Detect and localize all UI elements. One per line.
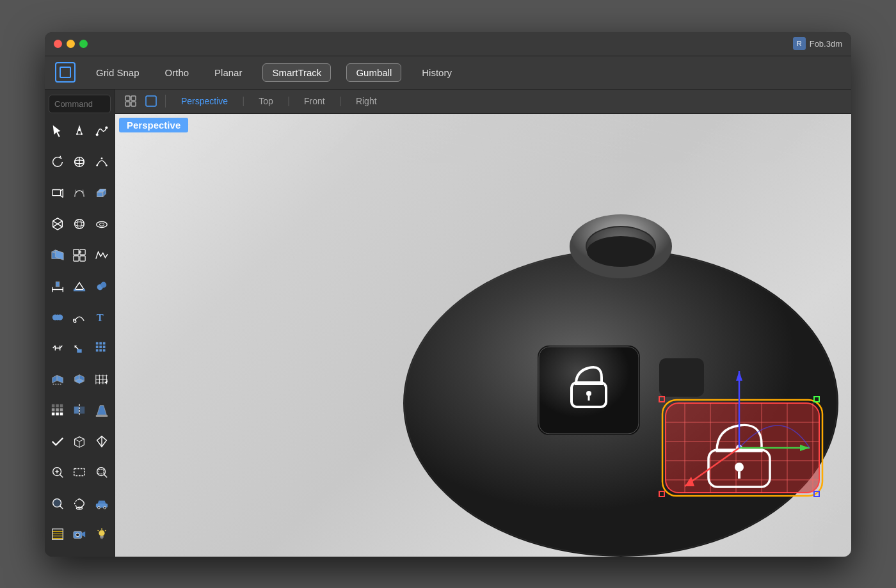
svg-point-110 — [97, 506, 100, 509]
tool-orient[interactable] — [47, 369, 68, 390]
tool-point[interactable] — [69, 121, 90, 141]
tool-select[interactable] — [47, 121, 68, 141]
planar-button[interactable]: Planar — [209, 65, 247, 81]
history-button[interactable]: History — [417, 65, 457, 81]
tool-blob2[interactable] — [47, 307, 68, 328]
svg-line-101 — [60, 475, 63, 478]
minimize-button[interactable] — [67, 40, 75, 48]
svg-line-104 — [104, 475, 107, 478]
tool-rotate[interactable] — [47, 152, 68, 172]
tool-hatch[interactable] — [47, 524, 68, 544]
main-area: T — [45, 90, 851, 557]
svg-line-93 — [75, 439, 79, 441]
tool-zoom-in[interactable] — [47, 462, 68, 482]
tab-top[interactable]: Top — [248, 93, 284, 109]
svg-rect-126 — [125, 96, 130, 100]
tool-camera[interactable] — [69, 524, 90, 544]
svg-point-21 — [75, 219, 84, 229]
close-button[interactable] — [54, 40, 62, 48]
tool-mirror[interactable] — [69, 400, 90, 420]
logo-button[interactable] — [55, 62, 76, 83]
tool-select-region[interactable] — [69, 462, 90, 482]
tool-revolve[interactable] — [69, 493, 90, 514]
svg-point-40 — [83, 289, 85, 290]
tool-array[interactable] — [92, 338, 112, 358]
svg-marker-90 — [97, 406, 106, 415]
svg-rect-130 — [146, 96, 156, 106]
tool-extrude[interactable] — [92, 183, 112, 203]
four-up-view-button[interactable] — [122, 92, 140, 110]
command-input[interactable] — [49, 95, 111, 113]
tool-array-grid[interactable] — [47, 400, 68, 420]
svg-point-156 — [735, 463, 744, 472]
tab-divider — [165, 95, 166, 107]
tool-freeform[interactable] — [92, 121, 112, 141]
tool-light[interactable] — [92, 524, 112, 544]
tool-panel[interactable] — [47, 245, 68, 266]
tab-perspective[interactable]: Perspective — [171, 93, 238, 109]
tool-text[interactable]: T — [92, 307, 112, 328]
svg-point-119 — [76, 533, 80, 537]
tool-box-blue[interactable] — [69, 369, 90, 390]
svg-rect-84 — [52, 413, 55, 416]
svg-point-120 — [99, 530, 104, 536]
ortho-button[interactable]: Ortho — [160, 65, 195, 81]
viewport-canvas[interactable]: Perspective — [115, 114, 851, 557]
tool-torus[interactable] — [92, 214, 112, 234]
tool-orbit[interactable] — [69, 152, 90, 172]
svg-rect-56 — [99, 342, 102, 345]
viewport-tabs: Perspective | Top | Front | Right — [115, 90, 851, 114]
tool-move[interactable] — [69, 338, 90, 358]
svg-rect-81 — [52, 408, 55, 411]
svg-point-9 — [96, 164, 98, 166]
svg-point-25 — [99, 223, 104, 226]
grid-snap-button[interactable]: Grid Snap — [91, 65, 145, 81]
tool-spacer[interactable] — [47, 338, 68, 358]
svg-rect-29 — [74, 249, 79, 254]
svg-line-94 — [79, 439, 84, 441]
tool-taper[interactable] — [92, 400, 112, 420]
svg-rect-102 — [74, 469, 85, 476]
gumball-button[interactable]: Gumball — [346, 63, 401, 82]
tool-rect[interactable] — [47, 183, 68, 203]
svg-rect-58 — [95, 346, 98, 348]
svg-marker-118 — [82, 531, 86, 537]
svg-point-106 — [53, 498, 61, 507]
tab-front[interactable]: Front — [294, 93, 335, 109]
svg-rect-18 — [97, 192, 102, 196]
tool-car[interactable] — [92, 493, 112, 514]
svg-point-103 — [97, 468, 105, 476]
svg-rect-87 — [74, 407, 79, 414]
svg-point-140 — [586, 391, 591, 396]
tool-wave[interactable] — [92, 245, 112, 266]
tool-zoom-dynamic[interactable] — [47, 493, 68, 514]
svg-rect-80 — [60, 404, 63, 408]
tool-dim1[interactable] — [47, 276, 68, 296]
tool-cage[interactable] — [47, 214, 68, 234]
svg-rect-55 — [95, 342, 98, 345]
tool-check[interactable] — [47, 431, 68, 452]
tool-puzzle[interactable] — [69, 245, 90, 266]
tool-dim2[interactable] — [69, 276, 90, 296]
svg-point-42 — [100, 282, 106, 288]
app-icon: R — [793, 37, 806, 50]
svg-point-45 — [56, 314, 60, 320]
tool-3dshape[interactable] — [69, 431, 90, 452]
tool-sweep[interactable] — [69, 307, 90, 328]
single-view-button[interactable] — [142, 92, 160, 110]
svg-line-16 — [75, 189, 76, 196]
tab-right[interactable]: Right — [346, 93, 387, 109]
maximize-button[interactable] — [79, 40, 88, 48]
tool-sphere[interactable] — [69, 214, 90, 234]
tool-grid-lines[interactable] — [92, 369, 112, 390]
svg-point-39 — [74, 289, 76, 290]
tool-zoom-win[interactable] — [92, 462, 112, 482]
tool-zoom-extent[interactable] — [92, 431, 112, 452]
svg-point-111 — [103, 506, 106, 509]
tool-blob1[interactable] — [92, 276, 112, 296]
svg-point-22 — [75, 222, 84, 226]
svg-rect-12 — [52, 189, 61, 195]
tool-arc[interactable] — [92, 152, 112, 172]
tool-bezier[interactable] — [69, 183, 90, 203]
smarttrack-button[interactable]: SmartTrack — [262, 63, 331, 82]
